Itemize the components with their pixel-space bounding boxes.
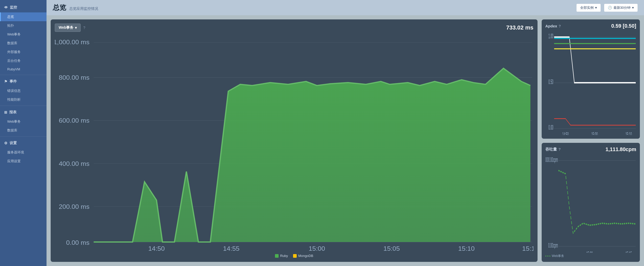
sidebar-item-web-tx[interactable]: Web事务: [0, 30, 47, 39]
main-chart-area: 1,000.00 ms 800.00 ms 600.00 ms 400.00 m…: [55, 34, 533, 252]
main-chart-header-left: Web事务 ▾ ?: [55, 24, 85, 32]
gear-icon: ⚙: [4, 141, 7, 145]
web-tx-legend-label: Web事务: [552, 254, 564, 258]
sidebar-item-app-settings[interactable]: 应用设置: [0, 157, 47, 166]
throughput-chart-svg: 4,000.00cpm 0.00cpm 15:00 15:15: [545, 154, 636, 253]
help-icon[interactable]: ?: [83, 26, 85, 30]
svg-text:4,000.00cpm: 4,000.00cpm: [545, 156, 558, 163]
main-chart-svg: 1,000.00 ms 800.00 ms 600.00 ms 400.00 m…: [55, 34, 533, 252]
sidebar-item-background-task[interactable]: 后台任务: [0, 56, 47, 65]
throughput-header: 吞吐量 ? 1,111.80cpm: [545, 146, 636, 152]
svg-text:15:00: 15:00: [591, 131, 597, 135]
sidebar-item-external-service[interactable]: 外部服务: [0, 48, 47, 56]
apdex-chart-area: 1.00 0.50 0.00: [545, 31, 636, 135]
ruby-color-swatch: [275, 254, 279, 258]
sidebar-section-reports: ⊞ 报表: [0, 107, 47, 117]
apdex-chart-svg: 1.00 0.50 0.00: [545, 31, 636, 135]
topbar-right: 全部实例 ▾ 🕐 最新30分钟 ▾: [576, 4, 638, 12]
table-icon: ⊞: [4, 110, 7, 114]
right-panel: Apdex ? 0.59 [0.50] 1.00 0.50 0.00: [542, 19, 640, 262]
legend-ruby: Ruby: [275, 254, 288, 258]
all-instances-button[interactable]: 全部实例 ▾: [576, 4, 601, 12]
sidebar: 👁 监控 总览 拓扑 Web事务 数据库 外部服务 后台任务 RubyVM ⚑ …: [0, 0, 47, 266]
chevron-down-icon-2: ▾: [632, 6, 634, 10]
svg-text:15:15: 15:15: [522, 245, 533, 252]
sidebar-item-error-info[interactable]: 错误信息: [0, 86, 47, 95]
topbar-left: 总览 总览应用监控情况: [53, 3, 98, 12]
apdex-title: Apdex ?: [545, 24, 561, 28]
legend-mongodb-label: MongoDB: [298, 254, 313, 258]
main-chart-header: Web事务 ▾ ? 733.02 ms: [55, 24, 533, 32]
sidebar-item-reports-db[interactable]: 数据库: [0, 126, 47, 135]
svg-text:15:10: 15:10: [625, 131, 632, 135]
main-chart-legend: Ruby MongoDB: [55, 254, 533, 258]
page-title: 总览: [53, 3, 66, 12]
main-chart-card: Web事务 ▾ ? 733.02 ms 1,000.00 ms 800.00 m…: [51, 19, 538, 262]
apdex-metric: 0.59 [0.50]: [611, 23, 636, 29]
throughput-chart-area: 4,000.00cpm 0.00cpm 15:00 15:15: [545, 154, 636, 253]
svg-text:800.00 ms: 800.00 ms: [59, 74, 89, 81]
svg-text:14:50: 14:50: [562, 131, 569, 135]
apdex-card: Apdex ? 0.59 [0.50] 1.00 0.50 0.00: [542, 19, 640, 139]
svg-text:15:00: 15:00: [309, 245, 325, 252]
svg-text:15:00: 15:00: [586, 250, 593, 253]
svg-text:600.00 ms: 600.00 ms: [59, 117, 89, 124]
sidebar-divider-2: [0, 106, 47, 106]
sidebar-item-ruby-vm[interactable]: RubyVM: [0, 65, 47, 73]
main-metric-value: 733.02 ms: [506, 24, 533, 31]
web-tx-selector[interactable]: Web事务 ▾: [55, 24, 81, 32]
sidebar-item-overview[interactable]: 总览: [0, 12, 47, 21]
svg-text:14:55: 14:55: [223, 245, 240, 252]
mongodb-color-swatch: [293, 254, 297, 258]
page-subtitle: 总览应用监控情况: [69, 6, 98, 11]
clock-icon: 🕐: [608, 6, 612, 10]
sidebar-section-settings: ⚙ 设置: [0, 138, 47, 148]
svg-text:0.00cpm: 0.00cpm: [548, 242, 558, 249]
svg-text:15:10: 15:10: [458, 245, 475, 252]
svg-text:15:15: 15:15: [625, 250, 632, 253]
topbar: 总览 总览应用监控情况 全部实例 ▾ 🕐 最新30分钟 ▾: [47, 0, 644, 15]
throughput-metric: 1,111.80cpm: [605, 146, 636, 152]
apdex-header: Apdex ? 0.59 [0.50]: [545, 23, 636, 29]
svg-text:400.00 ms: 400.00 ms: [59, 160, 89, 167]
sidebar-section-monitor: 👁 监控: [0, 3, 47, 12]
legend-ruby-label: Ruby: [280, 254, 288, 258]
throughput-legend: Web事务: [545, 254, 636, 258]
sidebar-item-server-env[interactable]: 服务器环境: [0, 148, 47, 157]
sidebar-divider-1: [0, 75, 47, 75]
content-area: Web事务 ▾ ? 733.02 ms 1,000.00 ms 800.00 m…: [47, 15, 644, 266]
sidebar-item-reports-web[interactable]: Web事务: [0, 117, 47, 126]
svg-text:14:50: 14:50: [148, 245, 165, 252]
flag-icon: ⚑: [4, 79, 7, 84]
svg-text:1.00: 1.00: [548, 33, 553, 40]
throughput-legend-item: Web事务: [545, 254, 564, 258]
sidebar-item-topology[interactable]: 拓扑: [0, 21, 47, 30]
svg-text:1,000.00 ms: 1,000.00 ms: [55, 38, 89, 45]
legend-mongodb: MongoDB: [293, 254, 313, 258]
web-tx-legend-dot: [545, 256, 550, 256]
svg-text:0.50: 0.50: [548, 78, 553, 85]
sidebar-divider-3: [0, 136, 47, 137]
dropdown-arrow-icon: ▾: [75, 26, 77, 30]
sidebar-section-events: ⚑ 事件: [0, 77, 47, 86]
chevron-down-icon: ▾: [595, 6, 597, 10]
apdex-help-icon[interactable]: ?: [559, 24, 561, 28]
throughput-help-icon[interactable]: ?: [558, 147, 561, 151]
throughput-card: 吞吐量 ? 1,111.80cpm 4,000.00cpm 0.00cpm: [542, 143, 640, 262]
sidebar-item-database[interactable]: 数据库: [0, 39, 47, 48]
svg-text:0.00: 0.00: [548, 124, 553, 131]
eye-icon: 👁: [4, 5, 8, 10]
svg-text:0.00 ms: 0.00 ms: [66, 239, 90, 246]
sidebar-item-perf-analysis[interactable]: 性能剖析: [0, 95, 47, 104]
main-area: 总览 总览应用监控情况 全部实例 ▾ 🕐 最新30分钟 ▾ Web事务 ▾: [47, 0, 644, 266]
svg-text:200.00 ms: 200.00 ms: [59, 203, 89, 210]
throughput-title: 吞吐量 ?: [545, 147, 561, 152]
svg-text:15:05: 15:05: [384, 245, 400, 252]
time-range-button[interactable]: 🕐 最新30分钟 ▾: [604, 4, 638, 12]
